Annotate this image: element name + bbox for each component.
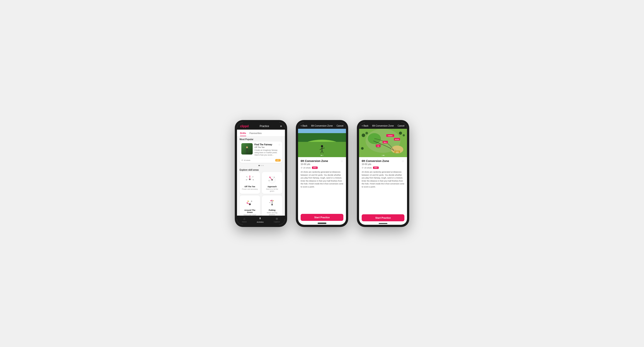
detail-title-2: 6ft Conversion Zone xyxy=(311,124,333,127)
golf-course-photo xyxy=(298,129,346,157)
detail-header-2: < Back 6ft Conversion Zone Cancel xyxy=(298,122,346,129)
explore-label: Explore skill areas xyxy=(237,167,285,172)
header-title: Practice xyxy=(260,125,269,128)
star-icon[interactable]: ☆ xyxy=(278,143,280,146)
image-dots-2 xyxy=(321,155,323,156)
shots-text-2: 20 shots xyxy=(303,167,311,169)
drill-name-2: 6ft Conversion Zone xyxy=(301,159,328,163)
drill-range-2: 10-50 yds xyxy=(301,163,328,165)
skill-name-putting: Putting xyxy=(269,209,276,211)
back-button-2[interactable]: < Back xyxy=(301,125,308,127)
drill-name-3: 6ft Conversion Zone xyxy=(362,159,389,163)
phone-3: < Back 6ft Conversion Zone Cancel xyxy=(357,120,409,227)
svg-text:Miss: Miss xyxy=(384,142,387,143)
drill-meta-3: ⏱ 20 shots ARG xyxy=(362,167,404,169)
skill-desc-putting: Make and lag practice xyxy=(264,212,280,216)
img-dot-1 xyxy=(321,155,322,156)
home-icon: ⌂ xyxy=(244,217,245,220)
timer-icon-3: ⏱ xyxy=(362,167,364,169)
activities-icon xyxy=(258,217,262,221)
svg-point-25 xyxy=(268,180,270,181)
skill-grid: Off The Tee Power and accuracy xyxy=(237,172,285,216)
phone-1-header: clippd Practice ≡ xyxy=(237,122,285,130)
shots-text-3: 20 shots xyxy=(364,167,372,169)
capture-icon: ⊕ xyxy=(276,217,278,220)
svg-point-60 xyxy=(399,132,402,135)
svg-point-23 xyxy=(270,177,270,178)
bottom-nav: ⌂ Home Activities ⊕ Capture xyxy=(237,216,285,225)
drill-star-3[interactable]: ☆ xyxy=(402,159,404,163)
back-button-3[interactable]: < Back xyxy=(362,125,368,127)
skill-card-ott[interactable]: Off The Tee Power and accuracy xyxy=(240,172,260,194)
phone-2: < Back 6ft Conversion Zone Cancel xyxy=(296,120,348,227)
shots-info: ⏱ 10 shots xyxy=(241,159,250,161)
tab-favourites[interactable]: Favourites xyxy=(250,131,262,136)
skill-card-approach[interactable]: Approach Dial-in to hit the green xyxy=(262,172,282,194)
phones-container: clippd Practice ≡ Drills Favourites Most… xyxy=(235,120,409,227)
skill-card-putting[interactable]: Putting Make and lag practice xyxy=(262,196,282,216)
svg-point-62 xyxy=(361,147,364,150)
course-svg xyxy=(298,129,346,157)
tab-drills[interactable]: Drills xyxy=(240,131,246,136)
tabs-row: Drills Favourites xyxy=(237,130,285,136)
putting-icon-area xyxy=(266,198,278,208)
golfer-svg xyxy=(245,146,249,155)
svg-point-16 xyxy=(250,176,250,177)
ott-icon xyxy=(244,175,255,184)
approach-icon xyxy=(267,175,277,184)
featured-card-inner: Find The Fairway Off The Tee Create an i… xyxy=(240,141,282,158)
dot-3 xyxy=(262,165,264,166)
featured-drill-desc: Create an imaginary fairway using trees … xyxy=(254,149,280,156)
start-practice-button-3[interactable]: Start Practice xyxy=(362,214,404,221)
atg-icon-area xyxy=(244,198,256,208)
svg-text:ROUGH: ROUGH xyxy=(395,139,399,140)
phone-1-screen: clippd Practice ≡ Drills Favourites Most… xyxy=(237,122,285,225)
carousel-dots xyxy=(237,164,285,167)
svg-point-14 xyxy=(246,179,247,180)
featured-footer: ⏱ 10 shots OTT xyxy=(240,158,282,163)
ott-badge: OTT xyxy=(275,159,280,162)
start-practice-button-2[interactable]: Start Practice xyxy=(301,214,343,221)
detail-header-3: < Back 6ft Conversion Zone Cancel xyxy=(359,122,407,129)
image-dots-3 xyxy=(382,155,384,156)
nav-capture[interactable]: ⊕ Capture xyxy=(274,217,280,223)
putting-icon xyxy=(267,199,277,207)
nav-activities[interactable]: Activities xyxy=(257,217,264,223)
skill-card-atg[interactable]: Around The Green Hone your short game xyxy=(240,196,260,216)
arg-badge-2: ARG xyxy=(312,167,318,169)
skill-name-atg: Around The Green xyxy=(241,209,258,213)
svg-point-32 xyxy=(247,203,248,204)
skill-desc-approach: Dial-in to hit the green xyxy=(264,188,280,192)
svg-point-12 xyxy=(246,176,247,177)
shots-count-2: ⏱ 20 shots xyxy=(301,167,311,169)
shots-count-3: ⏱ 20 shots xyxy=(362,167,372,169)
drill-description-2: 20 shots are randomly generated at dista… xyxy=(301,171,343,188)
skill-desc-atg: Hone your short game xyxy=(241,214,258,216)
drill-description-3: 20 shots are randomly generated at dista… xyxy=(362,171,404,188)
hamburger-icon[interactable]: ≡ xyxy=(280,124,282,128)
svg-point-15 xyxy=(253,179,254,180)
skill-name-ott: Off The Tee xyxy=(244,185,255,188)
shots-count: 10 shots xyxy=(244,159,250,161)
svg-text:Hit: Hit xyxy=(377,145,379,147)
featured-drill-subtitle: Off The Tee xyxy=(254,146,280,148)
dot-2 xyxy=(260,165,262,166)
golfer-photo xyxy=(241,143,253,155)
svg-point-58 xyxy=(362,134,365,137)
svg-point-41 xyxy=(260,217,260,218)
nav-home[interactable]: ⌂ Home xyxy=(242,217,246,223)
featured-drill-card[interactable]: Find The Fairway Off The Tee Create an i… xyxy=(240,141,282,163)
svg-point-30 xyxy=(248,201,249,202)
drill-star-2[interactable]: ☆ xyxy=(340,159,343,163)
img-dot-3-2 xyxy=(384,155,384,156)
ott-icon-area xyxy=(244,174,256,185)
drill-meta-2: ⏱ 20 shots ARG xyxy=(301,167,343,169)
dot-1 xyxy=(258,165,260,166)
drill-range-3: 10-50 yds xyxy=(362,163,389,165)
cancel-button-3[interactable]: Cancel xyxy=(398,125,404,127)
logo: clippd xyxy=(240,124,248,128)
cancel-button-2[interactable]: Cancel xyxy=(336,125,343,127)
drill-name-area-3: 6ft Conversion Zone 10-50 yds xyxy=(362,159,389,165)
svg-point-48 xyxy=(321,145,323,147)
scroll-area[interactable]: Most Popular xyxy=(237,136,285,216)
